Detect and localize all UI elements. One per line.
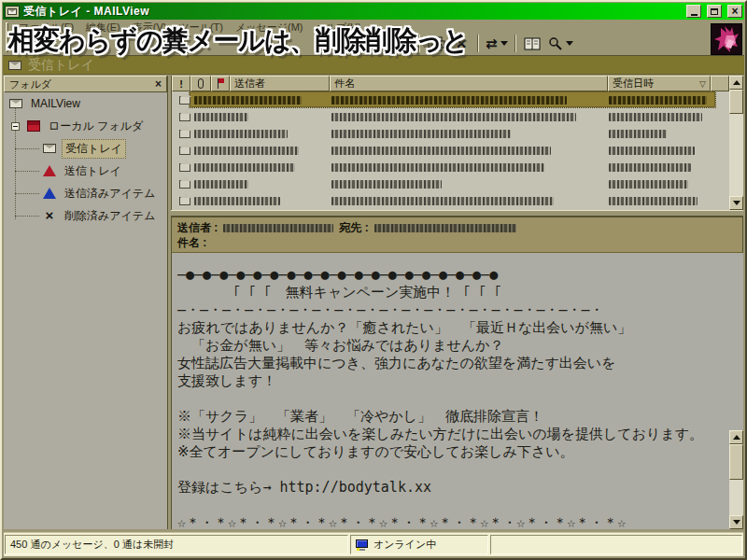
- refresh-button[interactable]: ⇄: [486, 34, 508, 54]
- list-header: !送信者件名受信日時▽: [172, 76, 729, 91]
- preview-body: ―●―●―●―●―●―●―●―●―●―●―●―●―●―●―●―●―●―●―● ｢…: [171, 253, 743, 529]
- column-label: 受信日時: [613, 77, 654, 91]
- redacted-from: [223, 224, 333, 232]
- column-header-flag[interactable]: [211, 76, 230, 91]
- minimize-button[interactable]: [686, 5, 701, 18]
- redacted-sender: [194, 130, 288, 138]
- scroll-down-icon[interactable]: [729, 515, 743, 529]
- scroll-up-icon[interactable]: [729, 430, 743, 444]
- redacted-subject: [331, 180, 442, 189]
- message-row[interactable]: [172, 175, 729, 192]
- envelope-icon: [9, 99, 22, 108]
- redacted-sender: [194, 113, 248, 121]
- window-title: 受信トレイ - MAILView: [23, 4, 681, 20]
- status-online: オンライン中: [350, 535, 488, 554]
- open-envelope-icon: [179, 197, 190, 205]
- status-message-count: 450 通のメッセージ、0 通は未開封: [5, 535, 348, 554]
- folder-tree-item[interactable]: MAILView: [4, 92, 167, 115]
- find-button[interactable]: [548, 34, 573, 54]
- tree-expander-icon[interactable]: [11, 122, 20, 131]
- open-envelope-icon: [179, 130, 190, 138]
- open-envelope-icon: [179, 113, 190, 121]
- open-envelope-icon: [179, 96, 190, 105]
- open-envelope-icon: [179, 180, 190, 189]
- folder-label: 送信済みアイテム: [62, 185, 158, 203]
- to-label: 宛先 :: [339, 220, 368, 236]
- message-row[interactable]: [172, 159, 729, 175]
- envelope-icon: [43, 144, 56, 153]
- online-monitor-icon: [356, 539, 369, 551]
- folder-tree: MAILViewローカル フォルダ受信トレイ送信トレイ送信済みアイテム削除済みア…: [4, 92, 167, 529]
- folder-tree-item[interactable]: 送信トレイ: [4, 160, 167, 182]
- redacted-date: [609, 163, 691, 172]
- message-row[interactable]: [172, 91, 729, 108]
- folder-panel-header: フォルダ ×: [4, 76, 167, 92]
- redacted-sender: [194, 180, 248, 189]
- folder-tree-item[interactable]: ローカル フォルダ: [4, 115, 167, 137]
- x-icon: [43, 210, 56, 221]
- status-extra: [490, 535, 742, 554]
- toolbar-separator: [477, 35, 479, 52]
- redacted-date: [609, 197, 698, 205]
- column-header-sender[interactable]: 送信者: [230, 76, 330, 91]
- folder-label: 送信トレイ: [62, 162, 124, 180]
- sort-indicator: ▽: [699, 79, 706, 89]
- up-arrow-red-icon: [43, 165, 56, 176]
- scroll-down-icon[interactable]: [729, 196, 743, 210]
- column-label: !: [179, 78, 183, 90]
- folder-tree-item[interactable]: 削除済みアイテム: [4, 204, 167, 227]
- dropdown-arrow-icon[interactable]: [500, 41, 508, 46]
- redacted-date: [609, 147, 695, 155]
- message-row[interactable]: [172, 125, 729, 142]
- folder-label: 削除済みアイテム: [62, 207, 158, 225]
- list-scrollbar[interactable]: [729, 76, 743, 210]
- message-row[interactable]: [172, 142, 729, 159]
- envelope-icon: [8, 61, 21, 70]
- message-rows: [172, 91, 729, 210]
- redacted-to: [374, 224, 516, 232]
- title-bar[interactable]: 受信トレイ - MAILView ×: [3, 3, 744, 20]
- folder-label: 受信トレイ: [62, 139, 126, 159]
- redacted-date: [609, 130, 667, 138]
- message-row[interactable]: [172, 108, 729, 125]
- mailview-window: 受信トレイ - MAILView × ファイル(F)編集(E)表示(V)ツール(…: [0, 0, 747, 560]
- column-header-received[interactable]: 受信日時▽: [608, 76, 711, 91]
- maximize-button[interactable]: [707, 5, 722, 18]
- folder-tree-item[interactable]: 受信トレイ: [4, 137, 167, 160]
- redacted-date: [609, 96, 707, 105]
- app-logo: [711, 23, 742, 55]
- logo-flower-icon: [712, 24, 741, 54]
- scrollbar-thumb[interactable]: [729, 444, 743, 480]
- column-header-subject[interactable]: 件名: [330, 76, 608, 91]
- message-list: !送信者件名受信日時▽: [171, 76, 743, 210]
- preview-scrollbar[interactable]: [729, 430, 743, 529]
- pane-splitter[interactable]: [171, 210, 743, 217]
- open-envelope-icon: [179, 163, 190, 172]
- refresh-icon: ⇄: [486, 35, 498, 52]
- scrollbar-thumb[interactable]: [729, 90, 743, 114]
- close-button[interactable]: ×: [727, 5, 742, 18]
- scroll-up-icon[interactable]: [729, 76, 743, 90]
- message-row[interactable]: [172, 192, 729, 209]
- redacted-sender: [194, 163, 295, 172]
- app-envelope-icon: [5, 6, 20, 18]
- address-book-button[interactable]: [523, 34, 542, 54]
- redacted-subject: [331, 130, 511, 138]
- find-icon: [548, 36, 563, 51]
- column-header-attachment[interactable]: [190, 76, 211, 91]
- column-label: 件名: [334, 77, 355, 91]
- column-header-spare[interactable]: [711, 76, 729, 91]
- dropdown-arrow-icon[interactable]: [566, 41, 573, 46]
- address-book-icon: [524, 37, 541, 50]
- redacted-date: [609, 113, 702, 121]
- message-body-text: ―●―●―●―●―●―●―●―●―●―●―●―●―●―●―●―●―●―●―● ｢…: [172, 253, 743, 529]
- column-header-priority[interactable]: !: [172, 76, 190, 91]
- folder-panel-title: フォルダ: [9, 77, 155, 91]
- subject-label: 件名 :: [177, 235, 206, 251]
- local-folder-icon: [27, 120, 40, 132]
- toolbar-separator: [514, 35, 516, 52]
- folder-tree-item[interactable]: 送信済みアイテム: [4, 182, 167, 204]
- redacted-subject: [331, 197, 554, 205]
- panel-close-icon[interactable]: ×: [155, 77, 162, 91]
- open-envelope-icon: [179, 147, 190, 155]
